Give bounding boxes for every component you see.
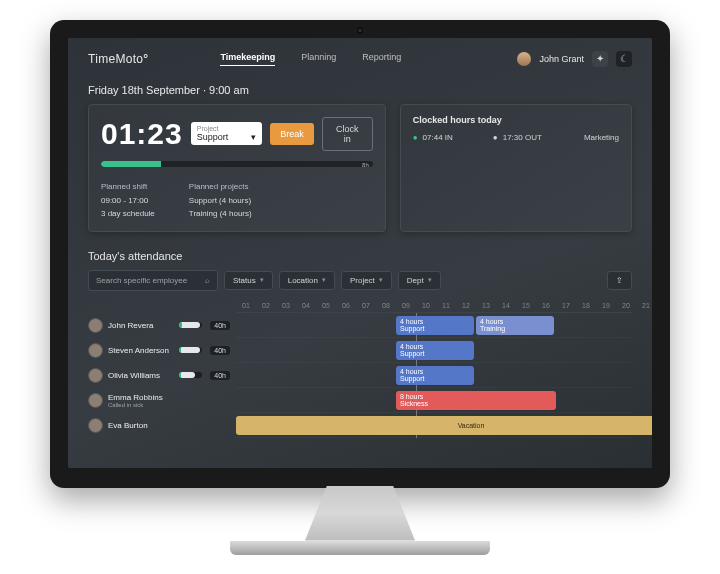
employee-row[interactable]: Steven Anderson40h	[88, 338, 236, 363]
topbar-right: John Grant ✦ ☾	[517, 51, 632, 67]
hour-tick: 02	[256, 302, 276, 309]
hour-tick: 10	[416, 302, 436, 309]
hour-tick: 13	[476, 302, 496, 309]
planned-projects: Planned projects Support (4 hours) Train…	[189, 181, 252, 221]
planned-row: Planned shift 09:00 - 17:00 3 day schedu…	[101, 181, 373, 221]
avatar	[88, 318, 103, 333]
hour-tick: 03	[276, 302, 296, 309]
hour-tick: 14	[496, 302, 516, 309]
chevron-down-icon: ▾	[260, 276, 264, 284]
hours-bar	[179, 347, 202, 353]
shift-progress-fill	[101, 161, 161, 167]
notifications-icon[interactable]: ✦	[592, 51, 608, 67]
hour-tick: 01	[236, 302, 256, 309]
timeline-lane: 8 hoursSickness	[236, 388, 632, 413]
planned-shift-hours: 09:00 - 17:00	[101, 195, 155, 208]
page-datetime: Friday 18th September · 9:00 am	[88, 84, 632, 96]
hour-tick: 17	[556, 302, 576, 309]
monitor-stand-base	[230, 541, 490, 555]
planned-projects-title: Planned projects	[189, 181, 252, 194]
export-button[interactable]: ⇪	[607, 271, 632, 290]
avatar	[88, 343, 103, 358]
clocked-hours-entries: 07:44 IN 17:30 OUT Marketing	[413, 133, 619, 142]
hours-bar	[179, 322, 202, 328]
search-icon: ⌕	[205, 276, 210, 285]
webcam-icon	[357, 27, 364, 34]
employee-row[interactable]: Emma RobbinsCalled in sick	[88, 388, 236, 413]
schedule-block[interactable]: 4 hoursSupport	[396, 366, 474, 385]
user-name: John Grant	[539, 54, 584, 64]
timeline-lane: Vacation	[236, 413, 632, 438]
brand-part-b: Moto	[115, 52, 143, 66]
clocked-hours-title: Clocked hours today	[413, 115, 619, 125]
nav-reporting[interactable]: Reporting	[362, 52, 401, 66]
employee-status: Called in sick	[108, 402, 170, 408]
hours-badge: 40h	[210, 371, 230, 380]
monitor-stand-neck	[305, 486, 415, 541]
planned-shift: Planned shift 09:00 - 17:00 3 day schedu…	[101, 181, 155, 221]
attendance-title: Today's attendance	[88, 250, 632, 262]
clocked-dept: Marketing	[584, 133, 619, 142]
hours-bar	[179, 372, 202, 378]
nav-planning[interactable]: Planning	[301, 52, 336, 66]
app-root: TimeMoto° Timekeeping Planning Reporting…	[68, 38, 652, 468]
hour-tick: 16	[536, 302, 556, 309]
chevron-down-icon: ▾	[251, 132, 256, 142]
schedule-block[interactable]: 8 hoursSickness	[396, 391, 556, 410]
hour-tick: 20	[616, 302, 636, 309]
employee-column: John Revera40hSteven Anderson40hOlivia W…	[88, 299, 236, 438]
hour-tick: 09	[396, 302, 416, 309]
hour-tick: 21	[636, 302, 652, 309]
project-select[interactable]: Project Support▾	[191, 122, 263, 145]
attendance-grid: John Revera40hSteven Anderson40hOlivia W…	[88, 299, 632, 438]
search-input[interactable]: Search specific employee ⌕	[88, 270, 218, 291]
topbar: TimeMoto° Timekeeping Planning Reporting…	[88, 48, 632, 70]
export-icon: ⇪	[616, 276, 623, 285]
chevron-down-icon: ▾	[379, 276, 383, 284]
clock-in-button[interactable]: Clock in	[322, 117, 373, 151]
hour-tick: 07	[356, 302, 376, 309]
shift-progress: 8h	[101, 161, 373, 167]
project-select-label: Project	[197, 125, 257, 132]
clocked-in: 07:44 IN	[413, 133, 453, 142]
schedule-block[interactable]: 4 hoursSupport	[396, 316, 474, 335]
hour-tick: 12	[456, 302, 476, 309]
planned-shift-schedule: 3 day schedule	[101, 208, 155, 221]
chevron-down-icon: ▾	[322, 276, 326, 284]
filter-location[interactable]: Location▾	[279, 271, 335, 290]
monitor-frame: TimeMoto° Timekeeping Planning Reporting…	[50, 20, 670, 555]
dark-mode-icon[interactable]: ☾	[616, 51, 632, 67]
schedule-block[interactable]: Vacation	[236, 416, 652, 435]
nav-timekeeping[interactable]: Timekeeping	[220, 52, 275, 66]
filter-status[interactable]: Status▾	[224, 271, 273, 290]
clocked-hours-card: Clocked hours today 07:44 IN 17:30 OUT M…	[400, 104, 632, 232]
brand-part-a: Time	[88, 52, 115, 66]
employee-name: Steven Anderson	[108, 346, 170, 355]
planned-shift-title: Planned shift	[101, 181, 155, 194]
schedule-block[interactable]: 4 hoursSupport	[396, 341, 474, 360]
filter-dept[interactable]: Dept▾	[398, 271, 441, 290]
hour-tick: 05	[316, 302, 336, 309]
avatar[interactable]	[517, 52, 531, 66]
timeline-lane: 4 hoursSupport4 hoursTraining	[236, 313, 632, 338]
hour-axis: 0102030405060708091011121314151617181920…	[236, 299, 632, 313]
avatar	[88, 368, 103, 383]
employee-row[interactable]: John Revera40h	[88, 313, 236, 338]
employee-row[interactable]: Olivia Williams40h	[88, 363, 236, 388]
clock-card: 01:23 Project Support▾ Break Clock in 8h	[88, 104, 386, 232]
hour-tick: 08	[376, 302, 396, 309]
hour-tick: 11	[436, 302, 456, 309]
hour-tick: 04	[296, 302, 316, 309]
filter-project[interactable]: Project▾	[341, 271, 392, 290]
clocked-out: 17:30 OUT	[493, 133, 542, 142]
employee-row[interactable]: Eva Burton	[88, 413, 236, 438]
clock-row: 01:23 Project Support▾ Break Clock in	[101, 117, 373, 151]
schedule-block[interactable]: 4 hoursTraining	[476, 316, 554, 335]
employee-name: John Revera	[108, 321, 170, 330]
timeline-lane: 4 hoursSupport	[236, 338, 632, 363]
main-nav: Timekeeping Planning Reporting	[220, 52, 401, 66]
hour-tick: 15	[516, 302, 536, 309]
break-button[interactable]: Break	[270, 123, 314, 145]
project-select-value: Support	[197, 132, 229, 142]
employee-name: Olivia Williams	[108, 371, 170, 380]
